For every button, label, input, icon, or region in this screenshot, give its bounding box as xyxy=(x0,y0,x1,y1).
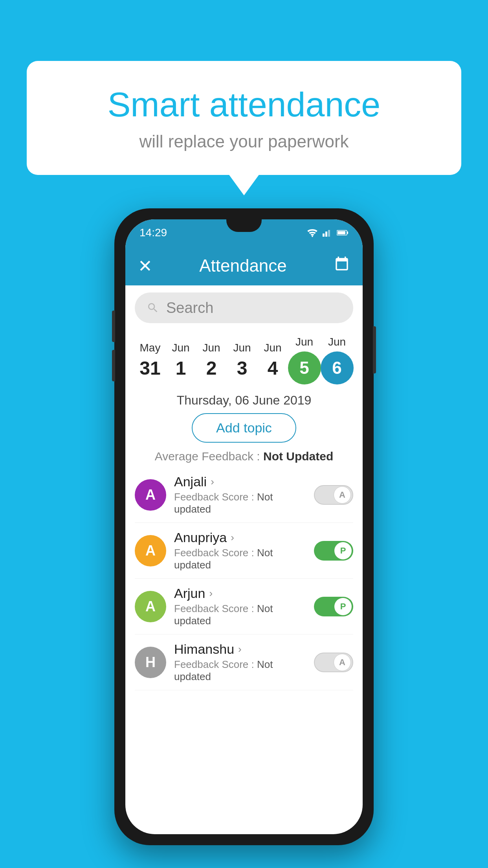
student-name-1[interactable]: Anupriya › xyxy=(174,530,306,545)
bubble-title: Smart attendance xyxy=(58,85,430,125)
cal-day-4[interactable]: Jun4 xyxy=(257,342,288,379)
chevron-icon-0: › xyxy=(211,476,214,488)
student-name-2[interactable]: Arjun › xyxy=(174,586,306,601)
app-bar: ✕ Attendance xyxy=(125,246,363,285)
speech-bubble-container: Smart attendance will replace your paper… xyxy=(27,61,461,175)
cal-month-5: Jun xyxy=(295,336,313,348)
volume-button-2 xyxy=(112,350,115,381)
battery-icon xyxy=(337,229,349,236)
toggle-container-3[interactable]: A xyxy=(314,653,353,672)
toggle-3[interactable]: A xyxy=(314,653,353,672)
svg-rect-6 xyxy=(338,231,345,234)
close-button[interactable]: ✕ xyxy=(138,256,152,276)
chevron-icon-1: › xyxy=(231,531,234,544)
toggle-1[interactable]: P xyxy=(314,541,353,561)
power-button xyxy=(373,326,376,373)
cal-date-circle-5: 5 xyxy=(288,351,321,384)
student-feedback-1: Feedback Score : Not updated xyxy=(174,547,306,571)
cal-date-0: 31 xyxy=(139,357,160,379)
svg-rect-3 xyxy=(328,230,330,237)
search-icon xyxy=(147,302,159,314)
phone-outer: 14:29 xyxy=(114,208,374,845)
avg-feedback-value: Not Updated xyxy=(263,450,333,463)
cal-date-4: 4 xyxy=(268,357,278,379)
avg-feedback-label: Average Feedback : xyxy=(155,450,260,463)
cal-month-4: Jun xyxy=(264,342,281,354)
svg-point-0 xyxy=(312,236,313,237)
student-info-3: Himanshu ›Feedback Score : Not updated xyxy=(174,642,306,683)
volume-button-1 xyxy=(112,311,115,342)
student-row-1[interactable]: AAnupriya ›Feedback Score : Not updatedP xyxy=(135,523,353,579)
cal-date-1: 1 xyxy=(176,357,186,379)
student-info-2: Arjun ›Feedback Score : Not updated xyxy=(174,586,306,627)
student-info-1: Anupriya ›Feedback Score : Not updated xyxy=(174,530,306,571)
student-feedback-2: Feedback Score : Not updated xyxy=(174,603,306,627)
toggle-0[interactable]: A xyxy=(314,485,353,505)
cal-day-5[interactable]: Jun5 xyxy=(288,336,321,384)
cal-date-circle-6: 6 xyxy=(321,351,354,384)
svg-rect-2 xyxy=(325,232,327,237)
student-avatar-3: H xyxy=(135,647,166,678)
toggle-thumb-1: P xyxy=(334,542,352,559)
student-feedback-0: Feedback Score : Not updated xyxy=(174,491,306,515)
svg-rect-5 xyxy=(347,232,348,234)
cal-month-6: Jun xyxy=(328,336,346,348)
toggle-container-2[interactable]: P xyxy=(314,597,353,616)
cal-date-2: 2 xyxy=(206,357,217,379)
search-bar[interactable]: Search xyxy=(135,292,353,323)
cal-day-6[interactable]: Jun6 xyxy=(321,336,353,384)
add-topic-button[interactable]: Add topic xyxy=(192,413,296,443)
wifi-icon xyxy=(307,228,318,237)
student-feedback-3: Feedback Score : Not updated xyxy=(174,658,306,683)
student-name-0[interactable]: Anjali › xyxy=(174,474,306,489)
student-name-3[interactable]: Himanshu › xyxy=(174,642,306,657)
cal-month-2: Jun xyxy=(202,342,220,354)
status-time: 14:29 xyxy=(139,226,167,239)
cal-day-1[interactable]: Jun1 xyxy=(165,342,196,379)
speech-bubble: Smart attendance will replace your paper… xyxy=(27,61,461,175)
cal-month-0: May xyxy=(140,342,161,354)
student-avatar-2: A xyxy=(135,591,166,622)
bubble-subtitle: will replace your paperwork xyxy=(58,132,430,151)
toggle-container-0[interactable]: A xyxy=(314,485,353,505)
student-avatar-1: A xyxy=(135,535,166,566)
avg-feedback: Average Feedback : Not Updated xyxy=(125,450,363,463)
phone-screen: 14:29 xyxy=(125,219,363,834)
selected-date: Thursday, 06 June 2019 xyxy=(125,393,363,408)
search-placeholder: Search xyxy=(166,300,213,316)
cal-day-2[interactable]: Jun2 xyxy=(196,342,227,379)
status-icons xyxy=(307,228,349,237)
cal-day-0[interactable]: May31 xyxy=(135,342,165,379)
chevron-icon-2: › xyxy=(209,587,213,600)
student-info-0: Anjali ›Feedback Score : Not updated xyxy=(174,474,306,515)
calendar-icon[interactable] xyxy=(334,256,350,276)
signal-icon xyxy=(323,228,332,237)
toggle-thumb-0: A xyxy=(334,486,351,504)
app-bar-title: Attendance xyxy=(199,256,287,276)
cal-month-3: Jun xyxy=(233,342,251,354)
cal-month-1: Jun xyxy=(172,342,189,354)
student-row-3[interactable]: HHimanshu ›Feedback Score : Not updatedA xyxy=(135,634,353,690)
cal-date-3: 3 xyxy=(237,357,248,379)
chevron-icon-3: › xyxy=(238,643,242,655)
student-row-2[interactable]: AArjun ›Feedback Score : Not updatedP xyxy=(135,579,353,634)
toggle-thumb-2: P xyxy=(334,598,352,615)
cal-day-3[interactable]: Jun3 xyxy=(227,342,257,379)
phone-inner: 14:29 xyxy=(120,214,368,840)
student-row-0[interactable]: AAnjali ›Feedback Score : Not updatedA xyxy=(135,467,353,523)
toggle-thumb-3: A xyxy=(334,654,351,671)
toggle-2[interactable]: P xyxy=(314,597,353,616)
calendar-strip: May31Jun1Jun2Jun3Jun4Jun5Jun6 xyxy=(125,330,363,384)
phone-container: 14:29 xyxy=(114,208,374,845)
toggle-container-1[interactable]: P xyxy=(314,541,353,561)
student-avatar-0: A xyxy=(135,479,166,511)
student-list: AAnjali ›Feedback Score : Not updatedAAA… xyxy=(125,467,363,690)
svg-rect-1 xyxy=(323,234,325,237)
